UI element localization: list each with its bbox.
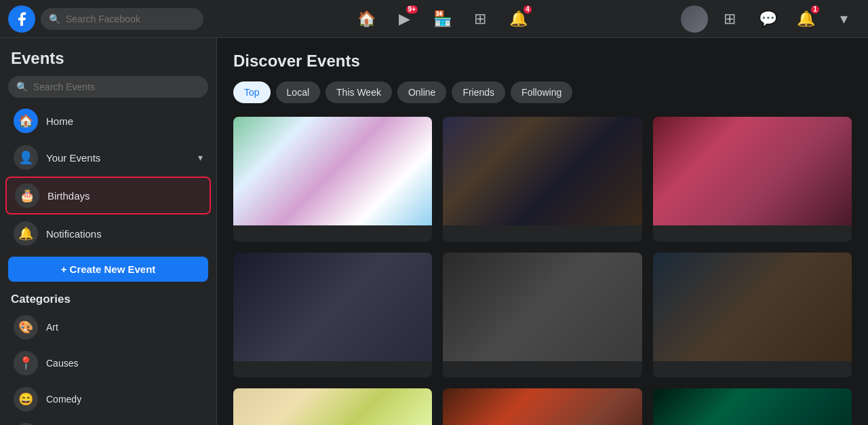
event-thumb-9	[653, 388, 852, 425]
art-icon: 🎨	[14, 315, 38, 339]
topnav: 🔍 🏠 ▶ 9+ 🏪 ⊞ 🔔 4 ⊞ 💬 🔔 1	[0, 0, 868, 38]
comedy-icon: 😄	[14, 387, 38, 411]
account-menu-button[interactable]: ▾	[827, 3, 860, 35]
video-nav-button[interactable]: ▶ 9+	[388, 3, 420, 35]
chevron-down-icon: ▾	[840, 10, 848, 28]
sidebar-item-home[interactable]: 🏠 Home	[5, 103, 211, 138]
event-card-5[interactable]	[443, 253, 642, 377]
groups-nav-button[interactable]: ⊞	[464, 3, 496, 35]
event-thumb-1	[233, 117, 432, 225]
filter-tab-local[interactable]: Local	[276, 81, 320, 103]
search-bar[interactable]: 🔍	[41, 8, 203, 30]
event-card-7[interactable]: Winter Market	[233, 388, 432, 425]
category-item-causes[interactable]: 📍 Causes	[5, 346, 211, 381]
category-art-label: Art	[46, 322, 58, 333]
event-card-3[interactable]	[653, 117, 852, 242]
search-icon: 🔍	[49, 14, 60, 24]
filter-tabs: Top Local This Week Online Friends Follo…	[233, 81, 852, 103]
chevron-down-icon: ▾	[198, 152, 203, 163]
event-thumb-2	[443, 117, 642, 225]
home-nav-button[interactable]: 🏠	[350, 3, 382, 35]
sidebar-item-notifications[interactable]: 🔔 Notifications	[5, 216, 211, 251]
sidebar-item-birthdays-label: Birthdays	[47, 190, 201, 202]
event-card-8[interactable]: Midnight Market	[443, 388, 642, 425]
sidebar-item-your-events[interactable]: 👤 Your Events ▾	[5, 140, 211, 175]
sidebar-search-bar[interactable]: 🔍	[8, 76, 208, 98]
category-comedy-label: Comedy	[46, 394, 81, 405]
notification-count-badge: 1	[810, 4, 821, 15]
event-thumb-3	[653, 117, 852, 225]
home-icon: 🏠	[357, 10, 376, 28]
main-content: Discover Events Top Local This Week Onli…	[217, 38, 868, 425]
sidebar-item-birthdays[interactable]: 🎂 Birthdays	[5, 177, 211, 215]
filter-tab-friends[interactable]: Friends	[452, 81, 505, 103]
your-events-icon: 👤	[14, 145, 38, 170]
facebook-logo[interactable]	[8, 5, 35, 33]
notifications-badge: 4	[522, 4, 533, 15]
notification-button[interactable]: 🔔 1	[789, 3, 822, 35]
filter-tab-following[interactable]: Following	[511, 81, 572, 103]
sidebar: Events 🔍 🏠 Home 👤 Your Events ▾ 🎂 Birthd…	[0, 38, 217, 425]
event-thumb-8	[443, 388, 642, 425]
topnav-right-actions: ⊞ 💬 🔔 1 ▾	[681, 3, 860, 35]
main-layout: Events 🔍 🏠 Home 👤 Your Events ▾ 🎂 Birthd…	[0, 38, 868, 425]
event-thumb-5	[443, 253, 642, 361]
categories-title: Categories	[0, 287, 216, 309]
create-new-event-button[interactable]: + Create New Event	[8, 257, 208, 282]
category-causes-label: Causes	[46, 358, 78, 369]
sidebar-item-home-label: Home	[46, 115, 203, 127]
event-thumb-6	[653, 253, 852, 361]
marketplace-icon: 🏪	[433, 10, 452, 28]
search-input[interactable]	[66, 14, 195, 24]
notifications-icon: 🔔	[14, 221, 38, 246]
messenger-icon: 💬	[759, 10, 777, 28]
event-card-6[interactable]	[653, 253, 852, 377]
events-search-input[interactable]	[33, 81, 200, 92]
event-thumb-7	[233, 388, 432, 425]
filter-tab-this-week[interactable]: This Week	[326, 81, 392, 103]
event-card-4[interactable]	[233, 253, 432, 377]
filter-tab-top[interactable]: Top	[233, 81, 271, 103]
notifications-nav-button[interactable]: 🔔 4	[502, 3, 534, 35]
category-item-art[interactable]: 🎨 Art	[5, 310, 211, 345]
video-badge: 9+	[405, 4, 419, 15]
birthdays-icon: 🎂	[15, 183, 39, 208]
search-icon: 🔍	[16, 81, 28, 92]
event-card-1[interactable]	[233, 117, 432, 242]
marketplace-nav-button[interactable]: 🏪	[426, 3, 458, 35]
event-thumb-4	[233, 253, 432, 361]
topnav-center-icons: 🏠 ▶ 9+ 🏪 ⊞ 🔔 4	[203, 3, 681, 35]
category-item-crafts[interactable]: ✂️ Crafts	[5, 418, 211, 425]
home-item-icon: 🏠	[14, 109, 38, 133]
causes-icon: 📍	[14, 351, 38, 375]
grid-icon: ⊞	[724, 10, 736, 28]
category-item-comedy[interactable]: 😄 Comedy	[5, 382, 211, 417]
groups-icon: ⊞	[474, 10, 486, 28]
facebook-logo-icon	[14, 11, 30, 27]
messenger-button[interactable]: 💬	[751, 3, 784, 35]
event-card-2[interactable]	[443, 117, 642, 242]
sidebar-item-notifications-label: Notifications	[46, 228, 203, 240]
avatar[interactable]	[681, 5, 708, 33]
filter-tab-online[interactable]: Online	[397, 81, 446, 103]
sidebar-item-your-events-label: Your Events	[46, 152, 190, 164]
events-grid: Winter Market Midnight Market	[233, 117, 852, 425]
discover-title: Discover Events	[233, 52, 852, 71]
event-card-9[interactable]	[653, 388, 852, 425]
apps-grid-button[interactable]: ⊞	[713, 3, 746, 35]
sidebar-title: Events	[0, 43, 216, 71]
